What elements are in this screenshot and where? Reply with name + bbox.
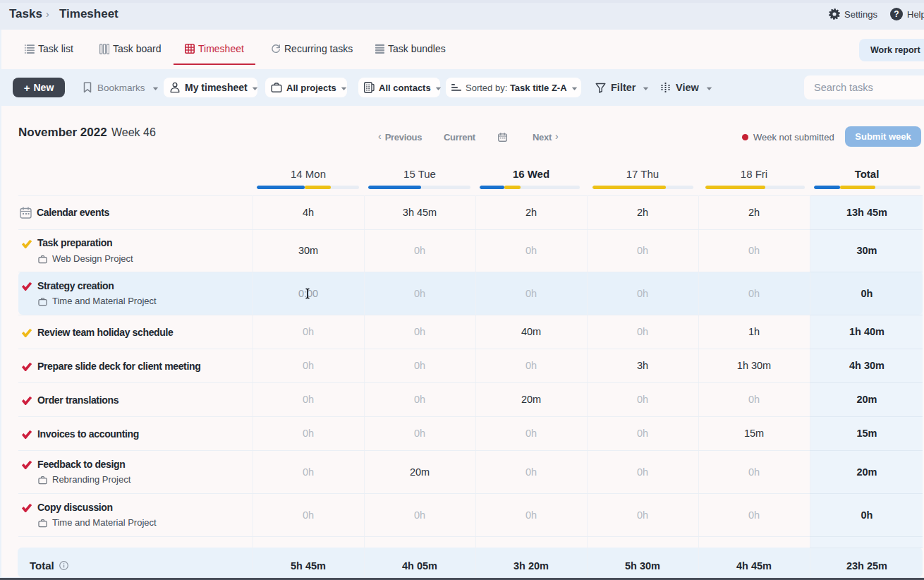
svg-text:?: ? <box>894 9 899 19</box>
